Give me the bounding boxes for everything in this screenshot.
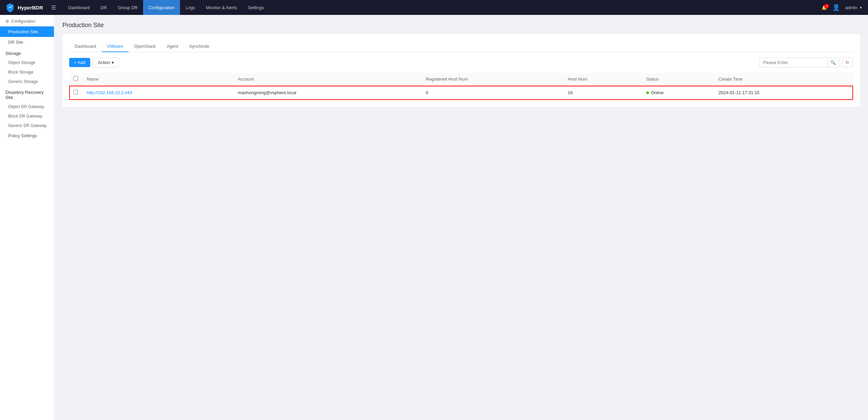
action-label: Action xyxy=(98,60,110,65)
sidebar-item-generic-dr-gateway[interactable]: Generic DR Gateway xyxy=(0,121,54,130)
nav-configuration[interactable]: Configuration xyxy=(143,0,180,15)
add-button[interactable]: + Add xyxy=(69,58,90,67)
nav-group-dr[interactable]: Group DR xyxy=(112,0,143,15)
settings-icon: ⚙ xyxy=(5,19,9,24)
nav-user[interactable]: admin ▼ xyxy=(845,5,863,10)
nav-dashboard[interactable]: Dashboard xyxy=(63,0,95,15)
col-name: Name xyxy=(83,73,234,86)
logo-icon xyxy=(5,3,15,12)
sidebar-item-storage[interactable]: Storage xyxy=(0,47,54,58)
row-checkbox[interactable] xyxy=(73,90,78,94)
col-host-num: Host Num xyxy=(564,73,642,86)
username-label: admin xyxy=(845,5,857,10)
refresh-button[interactable]: ↻ xyxy=(842,58,853,67)
sidebar-item-disaster-recovery[interactable]: Disastery Recovery Site xyxy=(0,86,54,102)
status-dot xyxy=(646,91,649,94)
toolbar: + Add Action ▾ 🔍 ↻ xyxy=(69,58,853,67)
sidebar-item-object-dr-gateway[interactable]: Object DR Gateway xyxy=(0,102,54,111)
col-status: Status xyxy=(642,73,714,86)
tab-bar: Dashboard VMware OpenStack Agent SyncNod… xyxy=(69,41,853,52)
table-body: http://192.168.10.2:443 maohongming@vsph… xyxy=(69,86,853,100)
refresh-icon: ↻ xyxy=(846,60,849,65)
search-box: 🔍 xyxy=(759,58,839,67)
tab-agent[interactable]: Agent xyxy=(161,41,184,52)
tab-dashboard[interactable]: Dashboard xyxy=(69,41,102,52)
nav-monitor-alerts[interactable]: Monitor & Alerts xyxy=(200,0,242,15)
status-label: Online xyxy=(651,90,664,95)
nav-items: Dashboard DR Group DR Configuration Logs… xyxy=(63,0,822,15)
nav-settings[interactable]: Settings xyxy=(242,0,269,15)
row-name: http://192.168.10.2:443 xyxy=(83,86,234,100)
col-account: Account xyxy=(234,73,422,86)
row-create-time: 2024-01-11 17:31:15 xyxy=(714,86,853,100)
table-row: http://192.168.10.2:443 maohongming@vsph… xyxy=(69,86,853,100)
sidebar-section-header: ⚙ Configuration xyxy=(0,15,54,26)
top-navigation: HyperBDR ☰ Dashboard DR Group DR Configu… xyxy=(0,0,868,15)
app-name: HyperBDR xyxy=(18,5,43,10)
table-header: Name Account Registered Host Num Host Nu… xyxy=(69,73,853,86)
col-registered-host-num: Registered Host Num xyxy=(422,73,564,86)
main-content: Production Site Dashboard VMware OpenSta… xyxy=(54,15,868,420)
sidebar-item-object-storage[interactable]: Object Storage xyxy=(0,58,54,67)
page-title: Production Site xyxy=(62,22,860,29)
sidebar-item-block-storage[interactable]: Block Storage xyxy=(0,67,54,77)
row-name-link[interactable]: http://192.168.10.2:443 xyxy=(87,90,132,95)
tab-vmware[interactable]: VMware xyxy=(102,41,129,52)
row-checkbox-cell xyxy=(69,86,83,100)
action-button[interactable]: Action ▾ xyxy=(93,58,119,67)
sidebar-item-generic-storage[interactable]: Generic Storage xyxy=(0,77,54,86)
action-chevron-icon: ▾ xyxy=(112,60,114,65)
sidebar: ⚙ Configuration Production Site DR Site … xyxy=(0,15,54,420)
nav-dr[interactable]: DR xyxy=(95,0,113,15)
notification-badge: 3 xyxy=(824,4,829,8)
sidebar-item-dr-site[interactable]: DR Site xyxy=(0,37,54,47)
sidebar-item-policy-settings[interactable]: Policy Settings xyxy=(0,130,54,141)
status-online: Online xyxy=(646,90,710,95)
nav-logs[interactable]: Logs xyxy=(180,0,200,15)
row-registered-host-num: 0 xyxy=(422,86,564,100)
sidebar-section-title: Configuration xyxy=(11,19,35,24)
row-account: maohongming@vsphere.local xyxy=(234,86,422,100)
hamburger-menu[interactable]: ☰ xyxy=(51,4,56,11)
sidebar-item-production-site[interactable]: Production Site xyxy=(0,26,54,37)
chevron-down-icon: ▼ xyxy=(859,6,863,9)
tab-openstack[interactable]: OpenStack xyxy=(129,41,161,52)
sidebar-item-block-dr-gateway[interactable]: Block DR Gateway xyxy=(0,111,54,121)
search-icon: 🔍 xyxy=(830,60,836,65)
nav-avatar-icon: 👤 xyxy=(832,4,840,11)
search-input[interactable] xyxy=(760,58,827,67)
notification-bell[interactable]: 🔔 3 xyxy=(822,5,827,10)
tab-syncnode[interactable]: SyncNode xyxy=(184,41,215,52)
data-table: Name Account Registered Host Num Host Nu… xyxy=(69,73,853,100)
app-logo[interactable]: HyperBDR xyxy=(5,3,43,12)
col-create-time: Create Time xyxy=(714,73,853,86)
content-card: Dashboard VMware OpenStack Agent SyncNod… xyxy=(62,34,860,107)
row-host-num: 16 xyxy=(564,86,642,100)
nav-right: 🔔 3 👤 admin ▼ xyxy=(822,4,863,11)
select-all-checkbox[interactable] xyxy=(73,76,78,81)
row-status: Online xyxy=(642,86,714,100)
app-layout: ⚙ Configuration Production Site DR Site … xyxy=(0,15,868,420)
search-button[interactable]: 🔍 xyxy=(827,58,839,67)
select-all-col xyxy=(69,73,83,86)
